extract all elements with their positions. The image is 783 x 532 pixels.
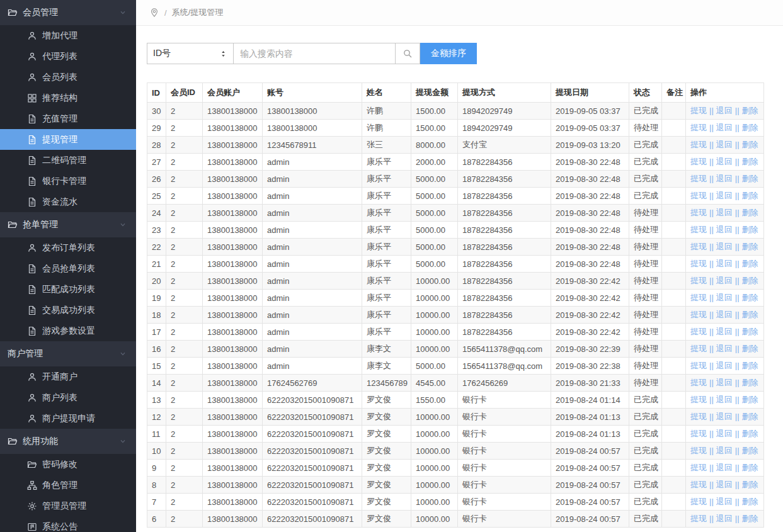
op-return-link[interactable]: 退回 [716, 446, 733, 455]
sidebar-item-role-management[interactable]: 角色管理 [0, 475, 136, 495]
op-return-link[interactable]: 退回 [716, 463, 733, 472]
op-return-link[interactable]: 退回 [716, 191, 733, 200]
op-withdraw-link[interactable]: 提现 [690, 191, 707, 200]
op-return-link[interactable]: 退回 [716, 310, 733, 319]
op-delete-link[interactable]: 删除 [742, 276, 758, 285]
op-return-link[interactable]: 退回 [716, 412, 733, 421]
op-return-link[interactable]: 退回 [716, 123, 733, 132]
op-return-link[interactable]: 退回 [716, 259, 733, 268]
op-delete-link[interactable]: 删除 [742, 123, 758, 132]
sidebar-item-admin-management[interactable]: 管理员管理 [0, 495, 136, 516]
op-return-link[interactable]: 退回 [716, 480, 733, 489]
op-return-link[interactable]: 退回 [716, 429, 733, 438]
sidebar-item-bank-card-management[interactable]: 银行卡管理 [0, 171, 136, 191]
op-withdraw-link[interactable]: 提现 [690, 157, 707, 166]
op-delete-link[interactable]: 删除 [742, 310, 758, 319]
op-delete-link[interactable]: 删除 [742, 429, 758, 438]
op-return-link[interactable]: 退回 [716, 514, 733, 523]
op-delete-link[interactable]: 删除 [742, 174, 758, 183]
op-delete-link[interactable]: 删除 [742, 361, 758, 370]
sort-by-amount-button[interactable]: 金额排序 [420, 43, 477, 64]
sidebar-item-merchant-withdraw-apply[interactable]: 商户提现申请 [0, 408, 136, 429]
sidebar-item-member-grab-list[interactable]: 会员抢单列表 [0, 258, 136, 279]
sidebar-header-general-functions[interactable]: 统用功能 [0, 429, 136, 454]
sidebar-item-qrcode-management[interactable]: 二维码管理 [0, 150, 136, 171]
search-input[interactable] [234, 43, 396, 64]
sidebar-item-referral-structure[interactable]: 推荐结构 [0, 88, 136, 108]
op-delete-link[interactable]: 删除 [742, 463, 758, 472]
op-return-link[interactable]: 退回 [716, 106, 733, 115]
op-delete-link[interactable]: 删除 [742, 446, 758, 455]
op-withdraw-link[interactable]: 提现 [690, 344, 707, 353]
op-withdraw-link[interactable]: 提现 [690, 378, 707, 387]
op-delete-link[interactable]: 删除 [742, 412, 758, 421]
op-withdraw-link[interactable]: 提现 [690, 123, 707, 132]
op-withdraw-link[interactable]: 提现 [690, 327, 707, 336]
op-withdraw-link[interactable]: 提现 [690, 497, 707, 506]
op-delete-link[interactable]: 删除 [742, 191, 758, 200]
op-delete-link[interactable]: 删除 [742, 514, 758, 523]
op-return-link[interactable]: 退回 [716, 395, 733, 404]
op-withdraw-link[interactable]: 提现 [690, 208, 707, 217]
sidebar-item-trade-success-list[interactable]: 交易成功列表 [0, 300, 136, 320]
sidebar-item-fund-flow[interactable]: 资金流水 [0, 191, 136, 212]
op-return-link[interactable]: 退回 [716, 225, 733, 234]
op-delete-link[interactable]: 删除 [742, 208, 758, 217]
op-return-link[interactable]: 退回 [716, 140, 733, 149]
op-return-link[interactable]: 退回 [716, 157, 733, 166]
op-return-link[interactable]: 退回 [716, 361, 733, 370]
op-withdraw-link[interactable]: 提现 [690, 140, 707, 149]
op-return-link[interactable]: 退回 [716, 327, 733, 336]
op-delete-link[interactable]: 删除 [742, 225, 758, 234]
sidebar-header-order-grab-management[interactable]: 抢单管理 [0, 212, 136, 237]
sidebar-item-withdraw-management[interactable]: 提现管理 [0, 129, 136, 150]
op-withdraw-link[interactable]: 提现 [690, 480, 707, 489]
op-delete-link[interactable]: 删除 [742, 480, 758, 489]
op-return-link[interactable]: 退回 [716, 174, 733, 183]
op-withdraw-link[interactable]: 提现 [690, 361, 707, 370]
sidebar-item-merchant-list[interactable]: 商户列表 [0, 387, 136, 408]
sidebar-header-member-management[interactable]: 会员管理 [0, 0, 136, 25]
sidebar-item-member-list[interactable]: 会员列表 [0, 67, 136, 88]
sidebar-item-publish-order-list[interactable]: 发布订单列表 [0, 237, 136, 258]
op-withdraw-link[interactable]: 提现 [690, 463, 707, 472]
op-return-link[interactable]: 退回 [716, 378, 733, 387]
op-delete-link[interactable]: 删除 [742, 293, 758, 302]
sidebar-item-open-merchant[interactable]: 开通商户 [0, 366, 136, 387]
op-delete-link[interactable]: 删除 [742, 259, 758, 268]
op-delete-link[interactable]: 删除 [742, 327, 758, 336]
op-withdraw-link[interactable]: 提现 [690, 412, 707, 421]
op-withdraw-link[interactable]: 提现 [690, 293, 707, 302]
op-delete-link[interactable]: 删除 [742, 344, 758, 353]
op-delete-link[interactable]: 删除 [742, 242, 758, 251]
sidebar-item-match-success-list[interactable]: 匹配成功列表 [0, 279, 136, 300]
op-delete-link[interactable]: 删除 [742, 157, 758, 166]
op-return-link[interactable]: 退回 [716, 344, 733, 353]
sidebar-item-agent-list[interactable]: 代理列表 [0, 46, 136, 67]
op-delete-link[interactable]: 删除 [742, 106, 758, 115]
op-return-link[interactable]: 退回 [716, 497, 733, 506]
op-withdraw-link[interactable]: 提现 [690, 174, 707, 183]
op-return-link[interactable]: 退回 [716, 276, 733, 285]
op-return-link[interactable]: 退回 [716, 242, 733, 251]
op-withdraw-link[interactable]: 提现 [690, 242, 707, 251]
op-delete-link[interactable]: 删除 [742, 497, 758, 506]
op-delete-link[interactable]: 删除 [742, 395, 758, 404]
op-withdraw-link[interactable]: 提现 [690, 276, 707, 285]
sidebar-item-password-change[interactable]: 密码修改 [0, 454, 136, 475]
sidebar-header-merchant-management[interactable]: 商户管理 [0, 341, 136, 366]
op-delete-link[interactable]: 删除 [742, 140, 758, 149]
op-withdraw-link[interactable]: 提现 [690, 225, 707, 234]
op-withdraw-link[interactable]: 提现 [690, 106, 707, 115]
sidebar-item-system-announcement[interactable]: 系统公告 [0, 516, 136, 532]
op-withdraw-link[interactable]: 提现 [690, 429, 707, 438]
op-withdraw-link[interactable]: 提现 [690, 395, 707, 404]
sidebar-item-recharge-management[interactable]: 充值管理 [0, 108, 136, 129]
sidebar-item-add-agent[interactable]: 增加代理 [0, 25, 136, 46]
search-type-select[interactable]: ID号 [147, 43, 234, 64]
op-withdraw-link[interactable]: 提现 [690, 259, 707, 268]
op-return-link[interactable]: 退回 [716, 208, 733, 217]
op-return-link[interactable]: 退回 [716, 293, 733, 302]
search-button[interactable] [396, 43, 420, 64]
op-withdraw-link[interactable]: 提现 [690, 446, 707, 455]
